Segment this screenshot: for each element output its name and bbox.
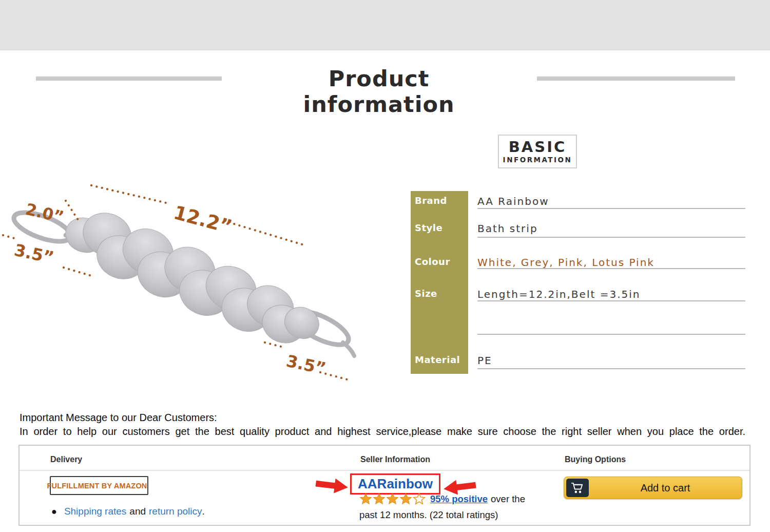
star-outline-icon (413, 492, 426, 505)
spec-label-column (411, 191, 468, 374)
spec-value-brand: AA Rainbow (477, 195, 749, 207)
dim-label-belt-left: 3.5” (12, 240, 55, 268)
spec-label-colour: Colour (415, 256, 468, 267)
spec-value-material: PE (477, 354, 749, 367)
dim-label-length: 12.2” (171, 201, 235, 238)
seller-name-link[interactable]: AARainbow (358, 476, 433, 492)
basic-badge-line2: INFORMATION (503, 155, 572, 164)
delivery-header: Delivery (50, 455, 82, 464)
spec-label-brand: Brand (415, 195, 468, 206)
page-title: Product information (251, 66, 507, 117)
spec-label-style: Style (415, 222, 468, 233)
spec-underline (477, 334, 745, 335)
notice-line2: In order to help our customers get the b… (20, 426, 745, 438)
period-text: . (202, 506, 205, 517)
rating-line2: past 12 months. (22 total ratings) (359, 509, 498, 521)
dim-label-belt-bottom: 3.5” (284, 351, 328, 378)
shipping-rates-link[interactable]: Shipping rates (64, 506, 126, 517)
shopping-cart-icon (570, 482, 585, 495)
star-filled-icon (386, 492, 399, 505)
seller-rating-row: 95% positive over the (359, 492, 525, 505)
spec-underline (477, 268, 745, 269)
title-divider-right (537, 77, 735, 81)
spec-label-material: Material (415, 354, 468, 365)
product-photo: 2.0” 12.2” 3.5” 3.5” (0, 167, 359, 388)
bullet-icon: ● (51, 506, 57, 517)
spec-underline (477, 208, 745, 209)
fulfillment-label: FULFILLMENT BY AMAZON (47, 482, 147, 490)
spec-underline (477, 368, 745, 369)
spec-value-size: Length=12.2in,Belt =3.5in (477, 288, 749, 300)
basic-information-badge: BASIC INFORMATION (498, 135, 577, 168)
basic-badge-line1: BASIC (509, 139, 567, 155)
seller-information-header: Seller Information (360, 455, 430, 464)
and-text: and (129, 506, 146, 517)
spec-label-size: Size (415, 288, 468, 299)
page: Product information (0, 0, 770, 532)
rating-text-after: over the (491, 493, 525, 505)
notice-line1: Important Message to our Dear Customers: (20, 412, 217, 424)
title-divider-left (36, 77, 222, 81)
star-filled-icon (373, 492, 386, 505)
spec-value-colour: White, Grey, Pink, Lotus Pink (477, 256, 749, 269)
fulfillment-dropdown[interactable]: FULFILLMENT BY AMAZON (50, 476, 148, 495)
top-gray-bar (0, 0, 770, 50)
star-filled-icon (399, 492, 412, 505)
positive-feedback-link[interactable]: 95% positive (430, 493, 488, 505)
dim-label-handle: 2.0” (24, 200, 65, 226)
add-to-cart-label: Add to cart (589, 482, 742, 494)
spec-underline (477, 300, 745, 301)
star-filled-icon (359, 492, 372, 505)
spec-underline (477, 237, 745, 238)
spec-value-style: Bath strip (477, 222, 749, 235)
seller-name-highlight-box: AARainbow (350, 473, 440, 495)
cart-icon-square (566, 479, 589, 497)
panel-header-divider (20, 470, 749, 471)
buying-options-header: Buying Options (565, 455, 626, 464)
add-to-cart-button[interactable]: Add to cart (564, 477, 742, 499)
shipping-policy-line: ● Shipping rates and return policy . (51, 506, 205, 517)
return-policy-link[interactable]: return policy (149, 506, 202, 517)
